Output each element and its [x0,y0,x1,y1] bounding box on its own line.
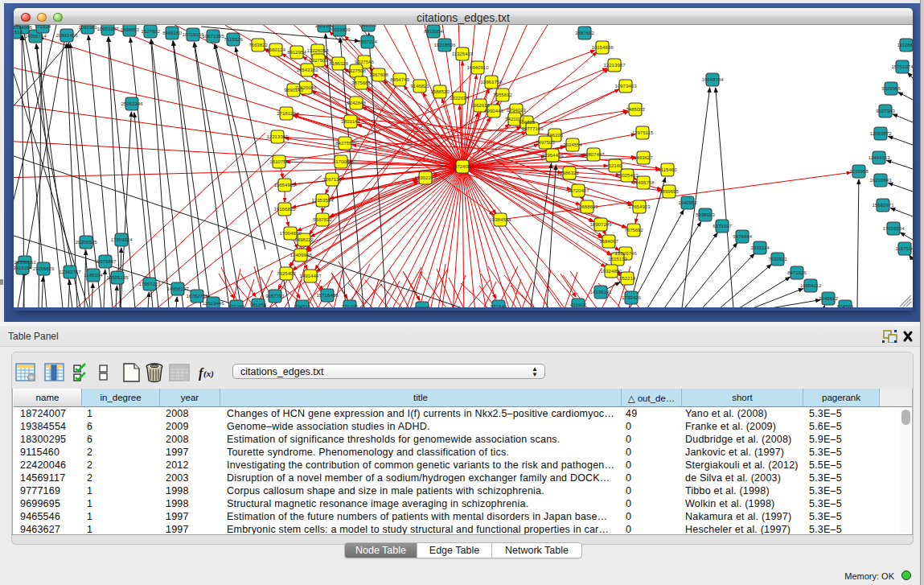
svg-text:21156829: 21156829 [33,266,55,271]
svg-text:824563: 824563 [837,303,854,307]
svg-text:3915154: 3915154 [14,265,32,270]
svg-text:421907: 421907 [570,302,587,307]
svg-text:8454749: 8454749 [390,76,409,82]
svg-text:16648784: 16648784 [701,76,724,82]
svg-text:1463627: 1463627 [634,154,653,160]
svg-text:391514: 391514 [14,29,23,35]
svg-text:14914447: 14914447 [299,273,322,278]
svg-text:12353594: 12353594 [311,197,334,203]
svg-text:1588520: 1588520 [430,89,450,94]
svg-text:16210643: 16210643 [869,177,892,183]
svg-text:5938923: 5938923 [696,212,715,217]
svg-text:1608853: 1608853 [120,27,139,32]
svg-text:771524: 771524 [35,25,51,29]
svg-text:6899695: 6899695 [659,188,679,194]
svg-text:7975692: 7975692 [624,227,643,233]
svg-text:19654982: 19654982 [273,182,296,187]
svg-text:9242848: 9242848 [347,100,366,105]
svg-text:2718120: 2718120 [277,110,296,116]
svg-text:17004670: 17004670 [279,230,302,236]
svg-text:10154838: 10154838 [591,44,614,50]
svg-text:17016504: 17016504 [882,225,905,231]
svg-text:10025433: 10025433 [616,172,639,178]
svg-text:10688609: 10688609 [576,204,598,209]
svg-text:25053346: 25053346 [121,101,143,106]
svg-text:3267130: 3267130 [322,176,342,182]
svg-text:1362615: 1362615 [470,102,490,108]
svg-text:2887652: 2887652 [575,30,594,35]
svg-text:1093361: 1093361 [78,25,97,30]
svg-text:12505135: 12505135 [106,274,129,280]
svg-text:8660124: 8660124 [266,47,285,52]
svg-text:6497503: 6497503 [536,139,555,145]
svg-text:19384554: 19384554 [489,216,511,222]
svg-text:9146821: 9146821 [410,83,429,89]
svg-text:8466160: 8466160 [162,30,182,35]
svg-text:881305: 881305 [360,25,377,27]
svg-text:871263: 871263 [228,303,245,307]
svg-text:3215958: 3215958 [849,168,869,174]
svg-text:7857224: 7857224 [358,39,377,44]
svg-text:1733426: 1733426 [622,295,641,300]
svg-text:12213369: 12213369 [266,134,289,139]
svg-text:2367608: 2367608 [369,72,388,77]
svg-text:10973403: 10973403 [614,83,637,89]
svg-text:20691406: 20691406 [55,32,78,38]
svg-text:9327546: 9327546 [355,59,374,64]
svg-text:2803144: 2803144 [341,118,360,124]
svg-text:12923446: 12923446 [202,300,224,306]
svg-text:19324851: 19324851 [600,268,622,274]
svg-text:12093872: 12093872 [869,130,892,136]
svg-text:2933114: 2933114 [750,245,770,250]
svg-text:6379197: 6379197 [713,223,732,229]
svg-text:15692971: 15692971 [872,202,894,208]
svg-text:10719155: 10719155 [182,31,204,37]
svg-text:10654112: 10654112 [800,282,822,288]
svg-text:1498222: 1498222 [294,237,314,242]
svg-text:152214: 152214 [619,275,636,281]
svg-text:8186328: 8186328 [329,60,348,66]
svg-text:10961758: 10961758 [480,79,503,84]
svg-text:15716485: 15716485 [316,292,339,298]
svg-text:13120746: 13120746 [614,250,637,256]
svg-text:9115460: 9115460 [658,167,677,172]
svg-text:12444153: 12444153 [868,154,890,160]
svg-text:981254: 981254 [250,302,267,307]
svg-text:1112864: 1112864 [897,42,913,47]
svg-text:(x): (x) [203,369,214,379]
svg-text:2986322: 2986322 [560,170,579,175]
svg-text:23364436: 23364436 [541,152,564,158]
svg-text:7663822: 7663822 [248,42,268,47]
svg-text:13226058: 13226058 [306,47,329,53]
svg-text:8813054: 8813054 [424,28,443,34]
svg-text:11325419: 11325419 [452,51,474,56]
svg-text:417006: 417006 [333,159,350,164]
svg-text:182635: 182635 [414,305,431,307]
svg-text:204518: 204518 [294,303,311,307]
svg-text:17359924: 17359924 [110,237,133,242]
svg-text:9327508: 9327508 [347,68,366,73]
svg-text:7632621: 7632621 [768,256,787,262]
svg-text:3875685: 3875685 [351,80,371,85]
svg-text:1167534: 1167534 [895,245,913,251]
svg-text:17957223: 17957223 [138,281,161,286]
svg-text:771205: 771205 [342,303,359,307]
svg-text:23350561: 23350561 [14,259,36,265]
svg-text:9329966: 9329966 [881,85,901,91]
svg-text:8471626: 8471626 [787,270,807,275]
svg-text:16782759: 16782759 [186,293,208,299]
svg-text:14055714: 14055714 [24,33,47,39]
svg-text:19166825: 19166825 [273,206,296,212]
svg-text:746206: 746206 [547,132,564,138]
svg-text:1527602: 1527602 [141,28,160,34]
svg-text:52160: 52160 [609,163,623,168]
svg-text:9657791: 9657791 [265,293,285,299]
svg-text:9474444: 9474444 [733,233,752,239]
svg-text:10953287: 10953287 [97,26,119,31]
svg-text:19777169: 19777169 [521,126,544,131]
svg-text:1615132: 1615132 [608,256,627,262]
svg-text:3024554: 3024554 [563,142,582,147]
svg-text:6794023: 6794023 [507,107,526,113]
svg-text:16720407: 16720407 [567,187,589,193]
svg-text:10807487: 10807487 [582,151,605,157]
